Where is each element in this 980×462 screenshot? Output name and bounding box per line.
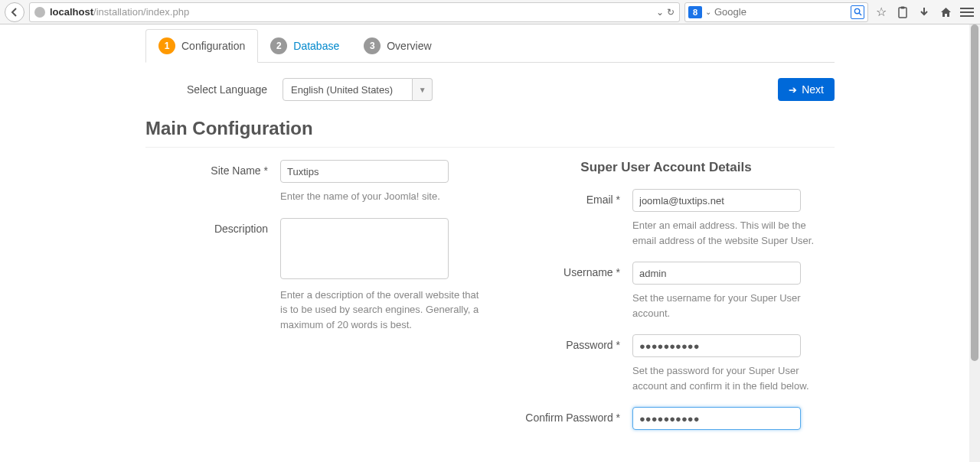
step-tabs: 1 Configuration 2 Database 3 Overview: [145, 29, 835, 63]
arrow-right-icon: ➔: [789, 84, 797, 96]
password-field: Password * Set the password for your Sup…: [498, 334, 835, 393]
password-label: Password *: [498, 334, 620, 393]
globe-icon: [34, 7, 45, 18]
site-name-label: Site Name *: [145, 160, 268, 204]
confirm-password-field: Confirm Password *: [498, 407, 835, 430]
description-field: Description Enter a description of the o…: [145, 218, 482, 333]
search-input[interactable]: [714, 6, 848, 18]
top-row: Select Language English (United States) …: [145, 63, 835, 112]
bookmark-star-icon[interactable]: ☆: [873, 4, 890, 21]
home-icon[interactable]: [937, 4, 954, 21]
downloads-icon[interactable]: [916, 4, 933, 21]
menu-icon[interactable]: [959, 4, 975, 21]
clipboard-icon[interactable]: [894, 4, 911, 21]
password-help: Set the password for your Super User acc…: [632, 363, 831, 393]
description-label: Description: [145, 218, 268, 333]
username-help: Set the username for your Super User acc…: [632, 291, 831, 320]
reload-icon[interactable]: ↻: [667, 7, 675, 18]
language-label: Select Language: [187, 83, 267, 96]
site-name-field: Site Name * Enter the name of your Jooml…: [145, 160, 482, 204]
chevron-down-icon: ▼: [413, 78, 433, 101]
step-2-badge: 2: [270, 37, 287, 54]
divider: [145, 147, 835, 148]
site-name-help: Enter the name of your Joomla! site.: [280, 189, 479, 204]
tab-configuration[interactable]: 1 Configuration: [145, 29, 258, 63]
search-dropdown-icon[interactable]: ⌄: [705, 8, 711, 16]
tab-overview[interactable]: 3 Overview: [351, 29, 443, 62]
confirm-password-input[interactable]: [632, 407, 801, 430]
username-input[interactable]: [632, 262, 801, 285]
confirm-password-label: Confirm Password *: [498, 407, 620, 430]
step-1-badge: 1: [158, 37, 175, 54]
description-help: Enter a description of the overall websi…: [280, 288, 479, 333]
super-user-heading: Super User Account Details: [498, 160, 835, 175]
email-label: Email *: [498, 189, 620, 248]
username-label: Username *: [498, 262, 620, 320]
next-button-label: Next: [802, 83, 824, 96]
scrollbar-thumb[interactable]: [971, 24, 978, 361]
svg-rect-2: [899, 8, 906, 18]
url-text: localhost/installation/index.php: [50, 6, 652, 18]
google-badge-icon: 8: [688, 6, 702, 18]
email-help: Enter an email address. This will be the…: [632, 218, 831, 248]
search-icon[interactable]: [851, 5, 864, 19]
site-name-input[interactable]: [280, 160, 449, 183]
language-select[interactable]: English (United States) ▼: [283, 78, 433, 101]
language-group: Select Language English (United States) …: [187, 78, 433, 101]
svg-rect-3: [901, 6, 905, 8]
svg-point-0: [854, 8, 859, 13]
tab-database[interactable]: 2 Database: [258, 29, 351, 62]
browser-toolbar: localhost/installation/index.php ⌄ ↻ 8 ⌄…: [0, 0, 980, 24]
email-field: Email * Enter an email address. This wil…: [498, 189, 835, 248]
scrollbar[interactable]: [969, 24, 980, 444]
page-title: Main Configuration: [145, 118, 835, 139]
right-column: Super User Account Details Email * Enter…: [498, 160, 835, 444]
dropdown-icon[interactable]: ⌄: [656, 7, 664, 18]
email-input[interactable]: [632, 189, 801, 212]
installer-page: 1 Configuration 2 Database 3 Overview Se…: [145, 24, 835, 444]
form-columns: Site Name * Enter the name of your Jooml…: [145, 160, 835, 444]
step-3-badge: 3: [364, 37, 381, 54]
tab-label: Overview: [387, 40, 431, 52]
tab-label: Configuration: [181, 40, 245, 52]
username-field: Username * Set the username for your Sup…: [498, 262, 835, 320]
next-button[interactable]: ➔ Next: [778, 78, 835, 101]
url-bar[interactable]: localhost/installation/index.php ⌄ ↻: [29, 2, 680, 22]
description-input[interactable]: [280, 218, 449, 279]
back-button[interactable]: [5, 2, 24, 22]
password-input[interactable]: [632, 334, 801, 357]
left-column: Site Name * Enter the name of your Jooml…: [145, 160, 482, 444]
search-bar[interactable]: 8 ⌄: [684, 2, 868, 22]
language-value: English (United States): [283, 78, 413, 101]
svg-line-1: [859, 13, 861, 15]
tab-label: Database: [293, 40, 339, 52]
